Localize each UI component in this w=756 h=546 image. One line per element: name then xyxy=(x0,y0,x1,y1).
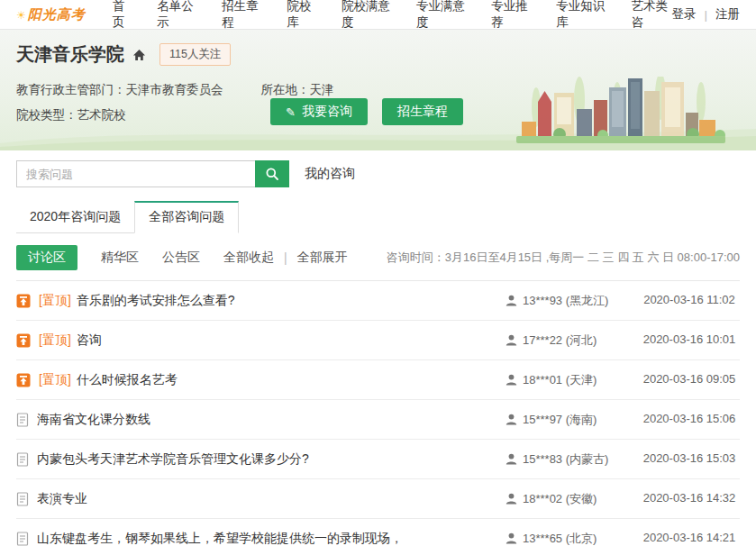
question-row[interactable]: 内蒙包头考天津艺术学院音乐管理文化课多少分? 15***83 (内蒙古) 202… xyxy=(16,440,740,479)
document-icon xyxy=(16,532,29,546)
question-title[interactable]: 山东键盘考生，钢琴如果线上，希望学校能提供统一的录制现场， xyxy=(37,531,506,546)
question-title[interactable]: 海南省文化课分数线 xyxy=(37,412,506,428)
question-date: 2020-03-16 15:03 xyxy=(639,450,740,467)
question-row[interactable]: [置顶] 什么时候报名艺考 18***01 (天津) 2020-03-16 09… xyxy=(16,360,740,400)
school-name: 天津音乐学院 xyxy=(16,42,124,67)
pin-label: [置顶] xyxy=(39,372,71,388)
filter-notice[interactable]: 公告区 xyxy=(162,250,200,266)
document-icon xyxy=(16,413,29,427)
hero-actions: ✎ 我要咨询 招生章程 xyxy=(270,98,463,125)
main-nav: 首页名单公示招生章程院校库院校满意度专业满意度专业推荐专业知识库艺术类咨 xyxy=(113,0,672,31)
search-input[interactable] xyxy=(16,160,255,187)
pinned-icon xyxy=(16,373,31,387)
question-user: 13***93 (黑龙江) xyxy=(506,293,633,309)
question-user-text: 15***83 (内蒙古) xyxy=(523,451,608,468)
question-title[interactable]: 什么时候报名艺考 xyxy=(77,372,506,388)
dept-label: 教育行政主管部门： xyxy=(16,77,126,103)
pin-label: [置顶] xyxy=(39,293,71,309)
question-list: [置顶] 音乐剧的考试安排怎么查看? 13***93 (黑龙江) 2020-03… xyxy=(16,280,740,546)
site-logo[interactable]: ☀ 阳光高考 xyxy=(16,6,86,23)
document-icon xyxy=(16,452,29,467)
register-link[interactable]: 注册 xyxy=(715,6,740,23)
question-user-text: 17***22 (河北) xyxy=(523,332,597,349)
question-date: 2020-03-16 10:01 xyxy=(639,332,740,348)
login-link[interactable]: 登录 xyxy=(671,6,696,23)
consult-button[interactable]: ✎ 我要咨询 xyxy=(270,98,368,125)
question-title[interactable]: 咨询 xyxy=(77,332,506,349)
nav-item-7[interactable]: 专业知识库 xyxy=(556,0,606,31)
page: ☀ 阳光高考 首页名单公示招生章程院校库院校满意度专业满意度专业推荐专业知识库艺… xyxy=(0,0,756,546)
user-icon xyxy=(506,374,517,386)
dept-value: 天津市教育委员会 xyxy=(126,77,223,103)
question-user-text: 15***97 (海南) xyxy=(523,412,597,428)
question-title[interactable]: 表演专业 xyxy=(37,491,506,507)
question-user-text: 18***02 (安徽) xyxy=(523,491,597,507)
user-icon xyxy=(506,453,517,465)
site-logo-text: 阳光高考 xyxy=(28,6,86,23)
question-user: 18***02 (安徽) xyxy=(506,491,633,507)
question-user-text: 13***65 (北京) xyxy=(523,531,597,546)
auth-divider: | xyxy=(704,8,707,22)
question-row[interactable]: 表演专业 18***02 (安徽) 2020-03-16 14:32 xyxy=(16,479,740,519)
user-icon xyxy=(506,295,517,306)
question-user: 18***01 (天津) xyxy=(506,372,633,388)
collapse-all-link[interactable]: 全部收起 xyxy=(223,250,274,266)
filter-row: 讨论区 精华区 公告区 全部收起 | 全部展开 咨询时间：3月16日至4月15日… xyxy=(16,245,740,270)
tab-2020-questions[interactable]: 2020年咨询问题 xyxy=(16,202,134,233)
document-icon xyxy=(16,492,29,506)
question-user-text: 13***93 (黑龙江) xyxy=(523,293,608,309)
expand-all-link[interactable]: 全部展开 xyxy=(297,250,348,266)
question-date: 2020-03-16 14:32 xyxy=(639,490,740,506)
question-title[interactable]: 音乐剧的考试安排怎么查看? xyxy=(77,293,506,309)
nav-item-2[interactable]: 招生章程 xyxy=(222,0,262,31)
nav-item-4[interactable]: 院校满意度 xyxy=(342,0,392,31)
user-icon xyxy=(506,414,517,425)
charter-button-label: 招生章程 xyxy=(397,104,448,120)
followers-badge: 115人关注 xyxy=(159,43,231,66)
question-row[interactable]: 海南省文化课分数线 15***97 (海南) 2020-03-16 15:06 xyxy=(16,400,740,440)
search-row: 我的咨询 xyxy=(16,160,740,187)
question-user: 13***65 (北京) xyxy=(506,531,633,546)
sun-icon: ☀ xyxy=(16,9,26,22)
type-label: 院校类型： xyxy=(16,103,77,128)
filter-discussion[interactable]: 讨论区 xyxy=(16,245,77,270)
pinned-icon xyxy=(16,294,31,308)
nav-item-8[interactable]: 艺术类咨 xyxy=(631,0,671,31)
home-icon[interactable] xyxy=(132,49,146,61)
type-value: 艺术院校 xyxy=(77,103,126,128)
question-row[interactable]: [置顶] 咨询 17***22 (河北) 2020-03-16 10:01 xyxy=(16,321,740,360)
nav-item-5[interactable]: 专业满意度 xyxy=(416,0,467,31)
main-content: 我的咨询 2020年咨询问题全部咨询问题 讨论区 精华区 公告区 全部收起 | … xyxy=(0,150,756,546)
consult-button-label: 我要咨询 xyxy=(302,104,352,120)
question-user: 15***83 (内蒙古) xyxy=(506,451,633,468)
tab-bar: 2020年咨询问题全部咨询问题 xyxy=(16,201,740,233)
nav-item-1[interactable]: 名单公示 xyxy=(157,0,197,31)
user-icon xyxy=(506,493,517,505)
nav-item-3[interactable]: 院校库 xyxy=(287,0,317,31)
my-consult-link[interactable]: 我的咨询 xyxy=(305,166,355,182)
question-user: 15***97 (海南) xyxy=(506,412,633,428)
question-title[interactable]: 内蒙包头考天津艺术学院音乐管理文化课多少分? xyxy=(37,451,506,468)
user-icon xyxy=(506,532,517,544)
top-navbar: ☀ 阳光高考 首页名单公示招生章程院校库院校满意度专业满意度专业推荐专业知识库艺… xyxy=(0,0,756,30)
pin-label: [置顶] xyxy=(39,332,71,349)
question-row[interactable]: 山东键盘考生，钢琴如果线上，希望学校能提供统一的录制现场， 13***65 (北… xyxy=(16,519,740,546)
school-header: 天津音乐学院 115人关注 教育行政主管部门： 天津市教育委员会 所在地： 天津… xyxy=(0,30,756,150)
question-user: 17***22 (河北) xyxy=(506,332,633,349)
search-icon xyxy=(265,167,279,181)
consult-time: 咨询时间：3月16日至4月15日 ,每周一 二 三 四 五 六 日 08:00-… xyxy=(387,250,740,266)
user-icon xyxy=(506,334,517,346)
question-date: 2020-03-16 15:06 xyxy=(639,411,740,427)
pinned-icon xyxy=(16,333,31,348)
pencil-icon: ✎ xyxy=(286,106,296,118)
nav-item-0[interactable]: 首页 xyxy=(113,0,132,31)
question-date: 2020-03-16 11:02 xyxy=(639,292,740,308)
question-date: 2020-03-16 09:05 xyxy=(639,371,740,387)
charter-button[interactable]: 招生章程 xyxy=(382,98,463,125)
question-date: 2020-03-16 14:21 xyxy=(639,530,740,546)
search-button[interactable] xyxy=(255,160,289,187)
tab-all-questions[interactable]: 全部咨询问题 xyxy=(134,201,239,233)
nav-item-6[interactable]: 专业推荐 xyxy=(491,0,532,31)
question-row[interactable]: [置顶] 音乐剧的考试安排怎么查看? 13***93 (黑龙江) 2020-03… xyxy=(16,281,740,321)
filter-featured[interactable]: 精华区 xyxy=(101,250,139,266)
